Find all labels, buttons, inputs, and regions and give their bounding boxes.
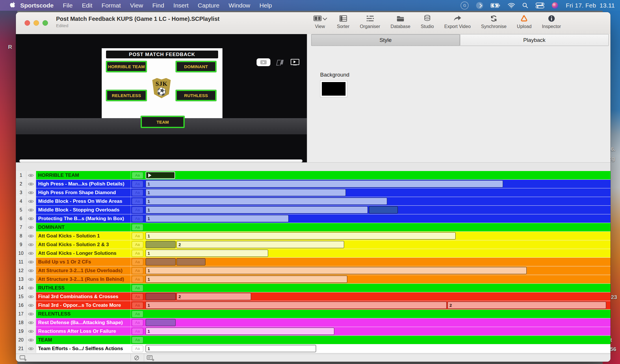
table-row[interactable]: 17 RELENTLESS Aa	[16, 310, 610, 318]
table-row[interactable]: 1 HORRIBLE TEAM Aa	[16, 171, 610, 179]
toolbar-synchronise-button[interactable]: Synchronise	[481, 14, 506, 29]
fullscreen-monitor-icon[interactable]	[291, 59, 299, 66]
menu-item-find[interactable]: Find	[152, 2, 164, 9]
timeline-instance-bar[interactable]: 1	[146, 180, 503, 187]
row-label[interactable]: RELENTLESS	[36, 310, 131, 318]
table-row[interactable]: 21 Team Efforts - So.../ Selfless Action…	[16, 344, 610, 353]
aa-style-button[interactable]: Aa	[132, 215, 143, 222]
row-label[interactable]: DOMINANT	[36, 223, 131, 231]
aa-style-button[interactable]: Aa	[132, 181, 143, 187]
menu-item-window[interactable]: Window	[229, 2, 250, 9]
aa-style-button[interactable]: Aa	[132, 302, 143, 309]
table-row[interactable]: 5 Middle Block - Stopping Overloads Aa 1	[16, 206, 610, 214]
row-label[interactable]: Reactionms After Loss Or Failure	[36, 327, 131, 335]
eye-visibility-toggle[interactable]	[26, 232, 36, 240]
eye-visibility-toggle[interactable]	[26, 249, 36, 257]
wifi-icon[interactable]	[508, 3, 515, 8]
table-row[interactable]: 12 Att Structure 3-2...1 (Use Overloads)…	[16, 266, 610, 275]
eye-visibility-toggle[interactable]	[26, 197, 36, 205]
eye-visibility-toggle[interactable]	[26, 240, 36, 249]
row-timeline[interactable]: 1	[144, 344, 610, 353]
row-label[interactable]: Att Goal Kicks - Solution 2 & 3	[36, 240, 131, 249]
add-note-button[interactable]	[146, 355, 155, 362]
timeline-instance-bar[interactable]: 1	[146, 276, 347, 283]
screen-mirroring-icon[interactable]	[476, 2, 483, 9]
timeline-instance-bar[interactable]: 1	[146, 232, 456, 239]
aa-style-button[interactable]: Aa	[132, 233, 143, 239]
row-timeline[interactable]: 1	[144, 249, 610, 257]
eye-visibility-toggle[interactable]	[26, 344, 36, 353]
timeline-instance-current[interactable]	[146, 172, 175, 179]
toolbar-sorter-button[interactable]: Sorter	[337, 14, 350, 29]
row-timeline[interactable]: 1	[144, 232, 610, 240]
table-row[interactable]: 11 Build Up vs 1 Or 2 CFs Aa	[16, 258, 610, 266]
menu-item-edit[interactable]: Edit	[82, 2, 92, 9]
aa-style-button[interactable]: Aa	[132, 207, 143, 213]
row-timeline[interactable]: 12	[144, 301, 610, 309]
toolbar-upload-button[interactable]: Upload	[517, 14, 532, 29]
toolbar-organiser-button[interactable]: Organiser	[360, 14, 380, 29]
row-timeline[interactable]: 1	[144, 214, 610, 223]
row-timeline[interactable]: 1	[144, 180, 610, 188]
aa-style-button[interactable]: Aa	[132, 328, 143, 335]
timeline-instance-bar[interactable]	[146, 293, 176, 300]
toolbar-studio-button[interactable]: Studio	[421, 14, 434, 29]
aa-style-button[interactable]: Aa	[132, 250, 143, 257]
menu-item-file[interactable]: File	[63, 2, 73, 9]
eye-visibility-toggle[interactable]	[26, 214, 36, 223]
aa-style-button[interactable]: Aa	[132, 337, 143, 343]
row-timeline[interactable]: 1	[144, 275, 610, 283]
row-timeline[interactable]: 1	[144, 197, 610, 205]
timeline-instance-bar[interactable]: 1	[146, 215, 289, 222]
eye-visibility-toggle[interactable]	[26, 266, 36, 275]
timeline-instance-bar[interactable]: 1	[146, 206, 368, 213]
toolbar-database-button[interactable]: Database	[391, 14, 411, 29]
table-row[interactable]: 8 Att Goal Kicks - Solution 1 Aa 1	[16, 232, 610, 240]
menu-item-help[interactable]: Help	[259, 2, 272, 9]
eye-visibility-toggle[interactable]	[26, 223, 36, 231]
video-player[interactable]: POST MATCH FEEDBACK HORRIBLE TEAM DOMINA…	[16, 34, 307, 163]
row-timeline[interactable]: 2	[144, 292, 610, 301]
table-row[interactable]: 15 Final 3rd Combinations & Crosses Aa 2	[16, 292, 610, 301]
aa-style-button[interactable]: Aa	[132, 224, 143, 231]
eye-visibility-toggle[interactable]	[26, 292, 36, 301]
eye-visibility-toggle[interactable]	[26, 301, 36, 309]
menu-item-format[interactable]: Format	[102, 2, 121, 9]
hidden-rows-icon[interactable]	[133, 355, 140, 362]
eye-visibility-toggle[interactable]	[26, 206, 36, 214]
aa-style-button[interactable]: Aa	[132, 241, 143, 248]
table-row[interactable]: 20 TEAM Aa	[16, 336, 610, 344]
search-icon[interactable]	[522, 3, 528, 8]
table-row[interactable]: 2 High Press - Man...ks (Polish Details)…	[16, 180, 610, 188]
aa-style-button[interactable]: Aa	[132, 285, 143, 291]
timeline-instance-bar[interactable]	[369, 206, 398, 213]
row-timeline[interactable]	[144, 171, 610, 179]
row-timeline[interactable]: 1	[144, 327, 610, 335]
table-row[interactable]: 19 Reactionms After Loss Or Failure Aa 1	[16, 327, 610, 335]
row-timeline[interactable]	[144, 284, 610, 292]
row-label[interactable]: Middle Block - Stopping Overloads	[36, 206, 131, 214]
row-label[interactable]: Rest Defense (Ba...Attacking Shape)	[36, 318, 131, 327]
add-row-button[interactable]	[19, 355, 27, 362]
tab-style[interactable]: Style	[311, 34, 460, 46]
timeline-instance-bar[interactable]: 2	[448, 302, 606, 309]
remote-session-icon[interactable]: G	[461, 1, 469, 10]
timeline-instance-bar[interactable]: 1	[146, 328, 334, 335]
timeline-instance-bar[interactable]	[146, 241, 176, 248]
timeline-instance-bar[interactable]: 1	[146, 198, 387, 205]
toolbar-export-video-button[interactable]: Export Video	[444, 14, 471, 29]
table-row[interactable]: 10 Att Goal Kicks - Longer Solutions Aa …	[16, 249, 610, 257]
aa-style-button[interactable]: Aa	[132, 198, 143, 205]
menu-clock[interactable]: Fri 17. Feb 13.11	[566, 2, 615, 9]
window-title-bar[interactable]: Post Match Feedback KUPS (Game 1 LC - Ho…	[16, 12, 610, 34]
row-timeline[interactable]: 1	[144, 188, 610, 197]
timeline-instance-bar[interactable]: 1	[146, 250, 268, 257]
eye-visibility-toggle[interactable]	[26, 284, 36, 292]
timeline-instance-bar[interactable]: 2	[177, 293, 251, 300]
row-label[interactable]: HORRIBLE TEAM	[36, 171, 131, 179]
row-label[interactable]: Att Structure 3-2...1 (Runs In Behind)	[36, 275, 131, 283]
row-label[interactable]: Final 3rd - Oppor...s To Create More	[36, 301, 131, 309]
close-window-button[interactable]	[25, 20, 30, 26]
tab-playback[interactable]: Playback	[460, 34, 609, 46]
row-timeline[interactable]	[144, 310, 610, 318]
